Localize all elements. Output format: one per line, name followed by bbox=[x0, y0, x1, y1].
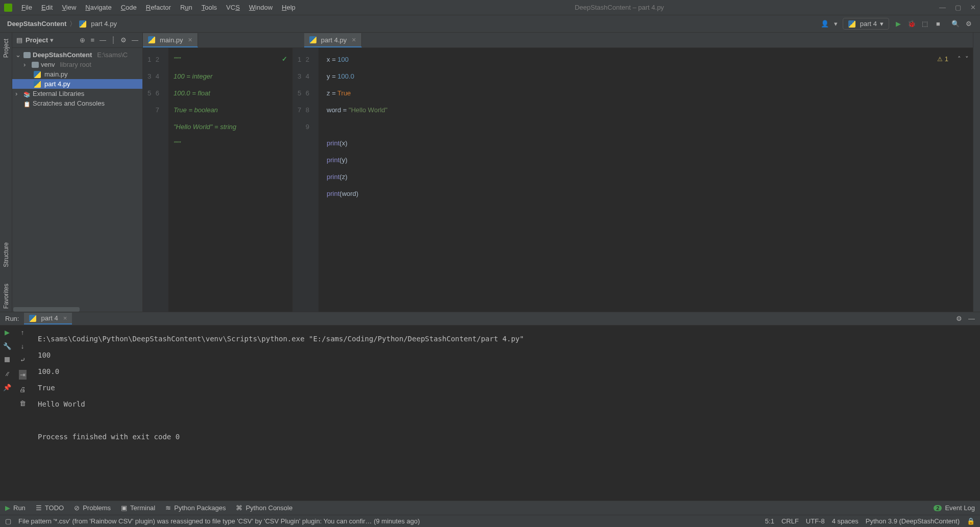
gear-icon[interactable]: ⚙ bbox=[956, 315, 962, 322]
tree-root[interactable]: ⌄ DeepStashContent E:\sams\C bbox=[12, 50, 142, 60]
debug-icon[interactable]: 🐞 bbox=[908, 20, 916, 28]
tree-file-main[interactable]: main.py bbox=[12, 69, 142, 79]
menu-window[interactable]: Window bbox=[245, 2, 277, 13]
breadcrumb[interactable]: DeepStashContent 〉 part 4.py bbox=[7, 19, 117, 29]
user-icon[interactable] bbox=[821, 20, 829, 28]
prev-highlight-icon[interactable]: ˄ bbox=[958, 51, 961, 67]
close-icon[interactable]: ✕ bbox=[970, 4, 976, 11]
bottom-python-packages[interactable]: ≋Python Packages bbox=[165, 504, 226, 512]
rerun-icon[interactable]: ▶ bbox=[5, 329, 10, 336]
close-tab-icon[interactable]: × bbox=[352, 36, 356, 44]
caret-position[interactable]: 5:1 bbox=[765, 517, 774, 525]
settings-icon[interactable]: ⚙ bbox=[965, 20, 973, 28]
breadcrumb-project[interactable]: DeepStashContent bbox=[7, 20, 66, 28]
folder-icon bbox=[23, 52, 31, 58]
minimize-icon[interactable]: — bbox=[939, 4, 946, 11]
run-tab[interactable]: part 4 × bbox=[24, 313, 72, 324]
breadcrumb-file[interactable]: part 4.py bbox=[91, 20, 117, 28]
search-icon[interactable]: 🔍 bbox=[951, 20, 960, 28]
status-message[interactable]: File pattern '*.csv' (from 'Rainbow CSV'… bbox=[18, 517, 758, 525]
editor-tabs: main.py × part 4.py × bbox=[143, 33, 973, 48]
locate-icon[interactable]: ⊕ bbox=[80, 36, 85, 44]
warning-badge[interactable]: ⚠1 bbox=[937, 51, 948, 67]
python-file-icon bbox=[34, 71, 41, 78]
bottom-run[interactable]: ▶Run bbox=[5, 504, 26, 512]
editor-left[interactable]: 1 2 3 4 5 6 7 ✓""" 100 = integer 100.0 =… bbox=[143, 48, 293, 312]
scroll-end-icon[interactable]: ⇥ bbox=[19, 370, 27, 380]
coverage-icon[interactable]: ⬚ bbox=[921, 20, 929, 28]
tab-part4-py[interactable]: part 4.py × bbox=[304, 33, 362, 47]
tree-file-part4[interactable]: part 4.py bbox=[12, 79, 142, 89]
bottom-problems[interactable]: ⊘Problems bbox=[74, 504, 111, 512]
layout-icon[interactable]: ⫽ bbox=[4, 370, 11, 378]
menu-vcs[interactable]: VCS bbox=[222, 2, 244, 13]
gear-icon[interactable]: ⚙ bbox=[120, 36, 127, 44]
bottom-python-console[interactable]: ⌘Python Console bbox=[236, 504, 292, 512]
wrench-icon[interactable]: 🔧 bbox=[3, 342, 11, 350]
encoding[interactable]: UTF-8 bbox=[806, 517, 825, 525]
hide-icon[interactable]: — bbox=[968, 315, 975, 322]
folder-icon bbox=[32, 62, 39, 68]
code-left[interactable]: ✓""" 100 = integer 100.0 = float True = … bbox=[168, 48, 292, 312]
clear-icon[interactable]: 🗑 bbox=[19, 399, 26, 407]
project-title[interactable]: Project bbox=[26, 36, 48, 44]
up-icon[interactable]: ↑ bbox=[21, 329, 24, 336]
bottom-todo[interactable]: ☰TODO bbox=[36, 504, 64, 512]
run-icon[interactable]: ▶ bbox=[894, 20, 902, 28]
close-tab-icon[interactable]: × bbox=[188, 36, 192, 44]
menu-edit[interactable]: Edit bbox=[37, 2, 57, 13]
editor-right[interactable]: 1 2 3 4 5 6 7 8 9 ⚠1˄˅x = 100 y = 100.0 … bbox=[293, 48, 973, 312]
rail-favorites[interactable]: Favorites bbox=[3, 281, 10, 312]
maximize-icon[interactable]: ▢ bbox=[955, 4, 961, 11]
soft-wrap-icon[interactable]: ⤶ bbox=[20, 356, 26, 364]
console-output[interactable]: E:\sams\Coding\Python\DeepStashContent\v… bbox=[31, 325, 980, 500]
caret-down-icon[interactable]: ⌄ bbox=[15, 51, 21, 59]
menu-tools[interactable]: Tools bbox=[198, 2, 221, 13]
menu-navigate[interactable]: Navigate bbox=[81, 2, 115, 13]
chevron-down-icon[interactable]: ▾ bbox=[834, 20, 838, 28]
close-tab-icon[interactable]: × bbox=[63, 314, 67, 322]
tree-scratches[interactable]: Scratches and Consoles bbox=[12, 98, 142, 108]
indent[interactable]: 4 spaces bbox=[832, 517, 859, 525]
tab-main-py[interactable]: main.py × bbox=[143, 33, 198, 47]
code-right[interactable]: ⚠1˄˅x = 100 y = 100.0 z = True word = "H… bbox=[318, 48, 973, 312]
python-file-icon bbox=[79, 20, 86, 28]
interpreter[interactable]: Python 3.9 (DeepStashContent) bbox=[866, 517, 960, 525]
menu-run[interactable]: Run bbox=[176, 2, 197, 13]
bottom-event-log[interactable]: 2 Event Log bbox=[934, 504, 975, 512]
lock-icon[interactable]: 🔒 bbox=[967, 517, 975, 525]
stop-icon[interactable] bbox=[5, 356, 10, 364]
menu-help[interactable]: Help bbox=[278, 2, 300, 13]
app-icon bbox=[4, 4, 12, 12]
caret-right-icon[interactable]: › bbox=[15, 90, 21, 97]
stop-icon[interactable]: ■ bbox=[934, 20, 942, 28]
caret-right-icon[interactable]: › bbox=[23, 61, 30, 68]
hide-icon[interactable]: — bbox=[132, 36, 138, 44]
down-icon[interactable]: ↓ bbox=[21, 342, 24, 350]
breadcrumb-separator: 〉 bbox=[69, 19, 76, 29]
tree-ext-libs[interactable]: › External Libraries bbox=[12, 89, 142, 98]
run-config-selector[interactable]: part 4 ▾ bbox=[843, 18, 889, 30]
run-tab-label: part 4 bbox=[41, 314, 58, 322]
menu-refactor[interactable]: Refactor bbox=[142, 2, 175, 13]
next-highlight-icon[interactable]: ˅ bbox=[965, 51, 969, 67]
bottom-terminal[interactable]: ▣Terminal bbox=[121, 504, 155, 512]
line-separator[interactable]: CRLF bbox=[781, 517, 799, 525]
menu-file[interactable]: File bbox=[17, 2, 36, 13]
status-icon[interactable]: ▢ bbox=[5, 517, 11, 525]
pin-icon[interactable]: 📌 bbox=[3, 384, 11, 391]
print-icon[interactable]: 🖨 bbox=[19, 386, 26, 393]
menu-view[interactable]: View bbox=[58, 2, 80, 13]
menu-code[interactable]: Code bbox=[117, 2, 141, 13]
window-controls: — ▢ ✕ bbox=[939, 4, 976, 11]
tree-venv[interactable]: › venv library root bbox=[12, 60, 142, 69]
rail-project[interactable]: Project bbox=[3, 36, 10, 61]
rail-structure[interactable]: Structure bbox=[3, 239, 10, 270]
collapse-all-icon[interactable]: — bbox=[100, 36, 106, 44]
expand-all-icon[interactable]: ≡ bbox=[90, 36, 94, 44]
horizontal-scrollbar[interactable] bbox=[13, 307, 80, 312]
project-tool-window: ▤ Project ▾ ⊕ ≡ — ┊ ⚙ — ⌄ DeepStashConte… bbox=[12, 33, 143, 312]
window-title: DeepStashContent – part 4.py bbox=[300, 4, 939, 11]
python-file-icon bbox=[848, 20, 855, 28]
chevron-down-icon[interactable]: ▾ bbox=[50, 36, 54, 44]
